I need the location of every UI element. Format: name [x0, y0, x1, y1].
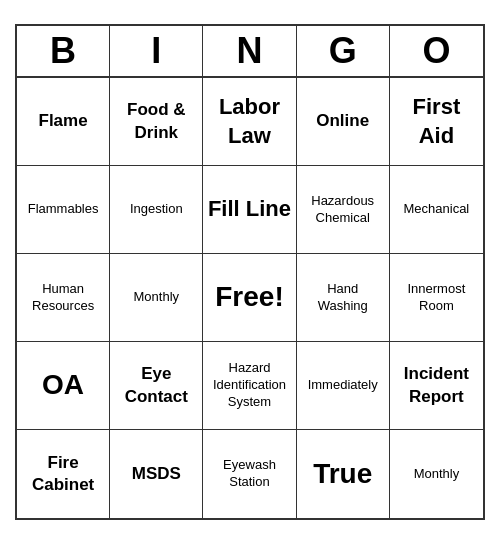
bingo-cell: Flammables	[17, 166, 110, 254]
bingo-cell: Hazardous Chemical	[297, 166, 390, 254]
cell-text: Human Resources	[21, 281, 105, 315]
bingo-cell: Immediately	[297, 342, 390, 430]
bingo-cell: Ingestion	[110, 166, 203, 254]
cell-text: Immediately	[308, 377, 378, 394]
bingo-cell: True	[297, 430, 390, 518]
cell-text: Innermost Room	[394, 281, 479, 315]
cell-text: Incident Report	[394, 363, 479, 407]
cell-text: Hand Washing	[301, 281, 385, 315]
cell-text: Labor Law	[207, 93, 291, 150]
cell-text: Monthly	[134, 289, 180, 306]
bingo-cell: Labor Law	[203, 78, 296, 166]
cell-text: First Aid	[394, 93, 479, 150]
cell-text: Ingestion	[130, 201, 183, 218]
bingo-cell: Mechanical	[390, 166, 483, 254]
cell-text: Fill Line	[208, 195, 291, 224]
bingo-cell: Hand Washing	[297, 254, 390, 342]
cell-text: Hazardous Chemical	[301, 193, 385, 227]
cell-text: Flammables	[28, 201, 99, 218]
bingo-grid: FlameFood & DrinkLabor LawOnlineFirst Ai…	[17, 78, 483, 518]
bingo-cell: Innermost Room	[390, 254, 483, 342]
cell-text: Flame	[39, 110, 88, 132]
bingo-card: BINGO FlameFood & DrinkLabor LawOnlineFi…	[15, 24, 485, 520]
bingo-cell: Monthly	[390, 430, 483, 518]
bingo-cell: Fill Line	[203, 166, 296, 254]
header-letter: O	[390, 26, 483, 76]
bingo-cell: Human Resources	[17, 254, 110, 342]
bingo-cell: MSDS	[110, 430, 203, 518]
cell-text: Eyewash Station	[207, 457, 291, 491]
header-letter: I	[110, 26, 203, 76]
cell-text: True	[313, 456, 372, 492]
bingo-cell: Hazard Identification System	[203, 342, 296, 430]
bingo-cell: First Aid	[390, 78, 483, 166]
header-letter: G	[297, 26, 390, 76]
bingo-header: BINGO	[17, 26, 483, 78]
cell-text: Online	[316, 110, 369, 132]
bingo-cell: Monthly	[110, 254, 203, 342]
bingo-cell: Eyewash Station	[203, 430, 296, 518]
bingo-cell: Free!	[203, 254, 296, 342]
bingo-cell: Food & Drink	[110, 78, 203, 166]
cell-text: Eye Contact	[114, 363, 198, 407]
cell-text: Monthly	[414, 466, 460, 483]
header-letter: N	[203, 26, 296, 76]
header-letter: B	[17, 26, 110, 76]
bingo-cell: Eye Contact	[110, 342, 203, 430]
bingo-cell: Incident Report	[390, 342, 483, 430]
bingo-cell: Fire Cabinet	[17, 430, 110, 518]
cell-text: Fire Cabinet	[21, 452, 105, 496]
bingo-cell: Flame	[17, 78, 110, 166]
bingo-cell: Online	[297, 78, 390, 166]
cell-text: Food & Drink	[114, 99, 198, 143]
cell-text: OA	[42, 367, 84, 403]
cell-text: MSDS	[132, 463, 181, 485]
cell-text: Mechanical	[404, 201, 470, 218]
bingo-cell: OA	[17, 342, 110, 430]
cell-text: Hazard Identification System	[207, 360, 291, 411]
cell-text: Free!	[215, 279, 283, 315]
